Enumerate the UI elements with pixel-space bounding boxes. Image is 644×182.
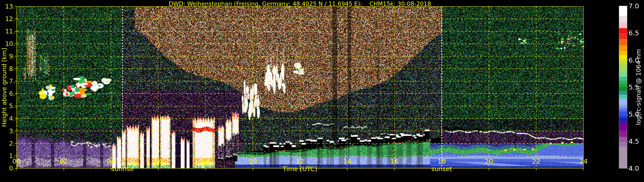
- x-tick-label: 12: [290, 158, 310, 165]
- x-tick-label: 22: [526, 158, 546, 165]
- y-tick-label: 6.: [0, 90, 15, 97]
- y-tick-label: 9.: [0, 53, 15, 60]
- x-tick-label: 18: [432, 158, 452, 165]
- colorbar-tick-label: 4.5: [628, 138, 644, 145]
- sunset-annotation: sunset: [432, 165, 452, 173]
- x-axis-label: Time [UTC]: [283, 165, 317, 173]
- x-tick-label: 02: [54, 158, 74, 165]
- y-tick-label: 2.: [0, 140, 15, 147]
- x-tick-label: 00: [7, 158, 26, 165]
- y-tick-label: 13.: [0, 3, 15, 10]
- y-tick-label: 4.: [0, 115, 15, 122]
- colorbar-tick-label: 6.5: [628, 29, 644, 37]
- x-tick-label: 16: [385, 158, 404, 165]
- y-tick-label: 11.: [0, 28, 15, 35]
- figure-root: DWD: Weihenstephan (Freising, Germany; 4…: [0, 0, 644, 182]
- y-tick-label: 8.: [0, 65, 15, 72]
- x-tick-label: 06: [148, 158, 168, 165]
- y-tick-label: 10.: [0, 40, 15, 47]
- colorbar-tick-label: 4.0: [628, 165, 644, 172]
- sunrise-annotation: sunrise: [112, 165, 134, 173]
- x-tick-label: 20: [479, 158, 499, 165]
- x-tick-label: 24: [574, 158, 593, 165]
- y-tick-label: 7.: [0, 78, 15, 85]
- chart-title: DWD: Weihenstephan (Freising, Germany; 4…: [169, 0, 431, 7]
- y-tick-label: 3.: [0, 127, 15, 135]
- y-tick-label: 12.: [0, 15, 15, 22]
- x-tick-label: 08: [196, 158, 215, 165]
- y-tick-label: 5.: [0, 102, 15, 110]
- colorbar-tick-label: 7.0: [628, 2, 644, 10]
- x-tick-label: 14: [338, 158, 357, 165]
- x-tick-label: 04: [101, 158, 121, 165]
- heatmap-canvas: [0, 0, 644, 182]
- colorbar-label: log(rc-signal) @ 1064 nm: [635, 49, 642, 125]
- y-tick-label: 0.: [0, 165, 15, 172]
- x-tick-label: 10: [243, 158, 262, 165]
